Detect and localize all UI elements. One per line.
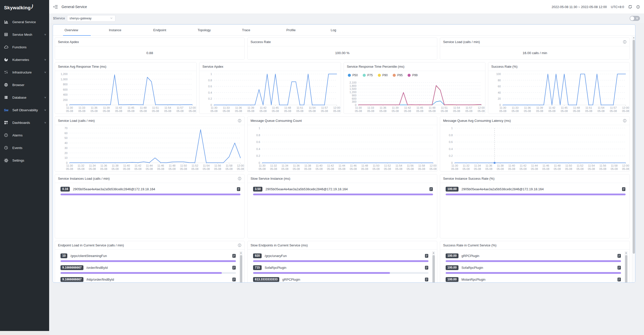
tab-log[interactable]: Log — [323, 25, 367, 35]
view-toggle[interactable]: V — [630, 16, 640, 21]
progress-track — [253, 260, 428, 262]
tab-endpoint[interactable]: Endpoint — [146, 25, 190, 35]
svg-text:0.4: 0.4 — [208, 91, 212, 94]
list-scrollbar[interactable]: ▲ ▼ — [239, 251, 242, 283]
sidebar-item-infrastructure[interactable]: Infrastructure ∨ — [0, 66, 49, 79]
list-scrollbar[interactable]: ▲ ▼ — [432, 251, 435, 283]
scrollbar-thumb[interactable] — [633, 40, 635, 254]
scrollbar-thumb[interactable] — [433, 255, 435, 283]
sidebar-item-self-observability[interactable]: Sw Self Observability ∨ — [0, 104, 49, 116]
panel-scrollbar[interactable]: ▲ — [632, 36, 635, 282]
sidebar-item-service-mesh[interactable]: Service Mesh ∨ — [0, 28, 49, 41]
svg-text:11:34: 11:34 — [282, 164, 288, 167]
info-icon[interactable] — [238, 243, 241, 247]
svg-text:05-08: 05-08 — [293, 167, 300, 170]
sidebar-item-settings[interactable]: Settings ∨ — [0, 154, 49, 167]
inspect-icon[interactable] — [429, 187, 433, 191]
database-icon — [4, 95, 10, 99]
svg-text:40: 40 — [65, 141, 68, 144]
inspect-icon[interactable] — [617, 254, 621, 258]
svg-text:900: 900 — [352, 94, 356, 97]
item-label: /order/findById — [86, 266, 232, 270]
svg-text:05-08: 05-08 — [512, 109, 519, 113]
info-icon[interactable] — [623, 119, 627, 123]
scroll-up-icon[interactable]: ▲ — [239, 252, 242, 254]
svg-text:11:42: 11:42 — [327, 164, 334, 167]
svg-text:11:42: 11:42 — [135, 164, 141, 167]
scrollbar-thumb[interactable] — [625, 255, 627, 283]
skywalking-logo[interactable]: Skywalking) — [0, 0, 49, 16]
tab-trace[interactable]: Trace — [234, 25, 279, 35]
svg-text:05-08: 05-08 — [441, 109, 448, 113]
sidebar-item-functions[interactable]: Functions ∨ — [0, 41, 49, 53]
scroll-up-icon[interactable]: ▲ — [625, 252, 628, 254]
sidebar-item-general-service[interactable]: General Service ∨ — [0, 16, 49, 28]
svg-text:05-08: 05-08 — [164, 109, 171, 113]
sidebar-item-events[interactable]: Events ∨ — [0, 141, 49, 154]
svg-text:05-08: 05-08 — [384, 167, 391, 170]
svg-text:05-08: 05-08 — [140, 109, 147, 113]
progress-track — [60, 194, 240, 195]
svg-text:60: 60 — [65, 132, 68, 135]
legend-item[interactable]: P95 — [393, 73, 403, 77]
tab-overview[interactable]: Overview — [57, 25, 101, 35]
inspect-icon[interactable] — [237, 187, 240, 191]
time-range[interactable]: 2022-05-08 11:30 ~ 2022-05-08 12:00 — [551, 5, 607, 9]
svg-text:11:48: 11:48 — [284, 106, 291, 109]
service-select[interactable]: shenyu-gateway — [67, 15, 115, 22]
menu-fold-icon[interactable] — [53, 5, 58, 9]
svg-text:11:30: 11:30 — [500, 106, 506, 109]
tab-instance[interactable]: Instance — [101, 25, 146, 35]
value-badge: 9.1666666667 — [60, 265, 83, 270]
sidebar-item-alarms[interactable]: Alarms ∨ — [0, 129, 49, 141]
card-title: Service Apdex — [202, 65, 223, 68]
inspect-icon[interactable] — [232, 266, 236, 270]
refresh-icon[interactable] — [628, 5, 632, 9]
legend-item[interactable]: P90 — [378, 73, 388, 77]
inspect-icon[interactable] — [425, 277, 428, 282]
scrollbar-thumb[interactable] — [240, 255, 242, 283]
sidebar-item-browser[interactable]: Browser ∨ — [0, 79, 49, 91]
legend-item[interactable]: P75 — [363, 73, 373, 77]
svg-text:0.2: 0.2 — [208, 97, 212, 100]
toggle-label: V — [636, 17, 638, 20]
inspect-icon[interactable] — [622, 187, 626, 191]
svg-text:05-08: 05-08 — [112, 167, 119, 170]
inspect-icon[interactable] — [617, 277, 621, 282]
info-icon[interactable] — [238, 177, 241, 180]
svg-text:11:44: 11:44 — [146, 164, 153, 167]
line-chart: 00.20.40.60.8111:3005-0811:3205-0811:340… — [440, 125, 630, 171]
legend-item[interactable]: P99 — [408, 73, 417, 77]
svg-text:11:57: 11:57 — [177, 106, 183, 109]
svg-text:11:38: 11:38 — [112, 164, 118, 167]
svg-text:05-08: 05-08 — [223, 109, 230, 113]
legend-dot — [378, 74, 381, 77]
scroll-up-icon[interactable]: ▲ — [633, 36, 635, 39]
scroll-up-icon[interactable]: ▲ — [432, 252, 435, 254]
inspect-icon[interactable] — [617, 266, 621, 270]
svg-text:11:32: 11:32 — [463, 164, 470, 167]
list-scrollbar[interactable]: ▲ ▼ — [625, 251, 628, 283]
stat-value: 0.88 — [55, 46, 244, 60]
inspect-icon[interactable] — [425, 266, 428, 270]
info-icon[interactable] — [636, 5, 640, 9]
item-label: 2905b05eae4e4ae3a2a5b538ce8c2846@172.19.… — [265, 187, 429, 191]
inspect-icon[interactable] — [232, 277, 236, 282]
svg-text:05-08: 05-08 — [333, 109, 340, 113]
tab-profile[interactable]: Profile — [279, 25, 323, 35]
legend-item[interactable]: P50 — [348, 73, 358, 77]
sidebar-item-kubernetes[interactable]: Kubernetes ∨ — [0, 53, 49, 66]
svg-text:05-08: 05-08 — [281, 167, 288, 170]
svg-text:05-08: 05-08 — [189, 109, 196, 113]
inspect-icon[interactable] — [232, 254, 236, 258]
inspect-icon[interactable] — [425, 254, 428, 258]
sidebar-item-dashboards[interactable]: Dashboards ∨ — [0, 116, 49, 129]
endpoint-row: Endpoint Load in Current Service (calls … — [53, 240, 631, 283]
info-icon[interactable] — [623, 40, 627, 44]
sidebar-item-label: Functions — [12, 45, 44, 49]
list-card-slow-endpoints-in-current-service-ms: Slow Endpoints in Current Service (ms) 9… — [247, 241, 437, 283]
sidebar-item-database[interactable]: Database ∨ — [0, 91, 49, 104]
tab-topology[interactable]: Topology — [190, 25, 234, 35]
info-icon[interactable] — [238, 119, 241, 123]
timezone[interactable]: UTC+8:0 — [611, 5, 624, 9]
